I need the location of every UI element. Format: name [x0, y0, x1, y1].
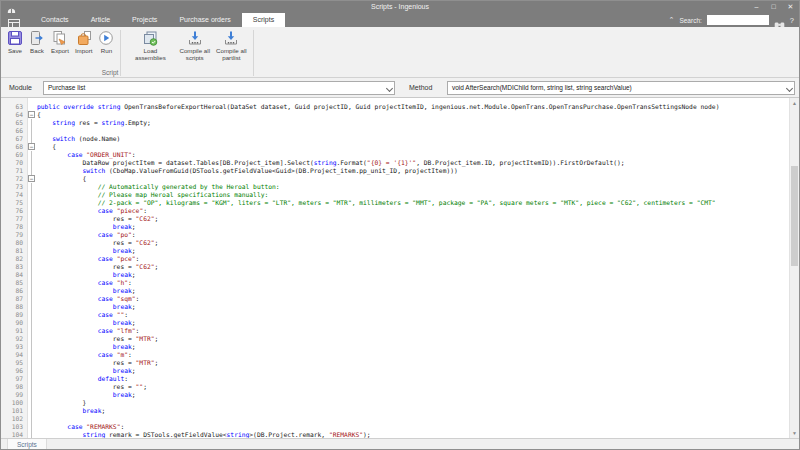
code-text: res = "C62"; — [37, 263, 158, 271]
code-text: // Automatically generated by the Heroal… — [37, 183, 280, 191]
fold-margin — [27, 327, 37, 335]
fold-margin — [27, 391, 37, 399]
tab-contacts[interactable]: Contacts — [30, 13, 80, 27]
code-text: case "m": — [37, 351, 132, 359]
module-select[interactable]: Purchase list — [43, 81, 395, 95]
code-line: 68− { — [1, 143, 789, 151]
maximize-button[interactable]: □ — [765, 1, 782, 13]
compile-partlist-icon — [223, 30, 239, 46]
code-line: 93 break; — [1, 343, 789, 351]
code-text: public override string OpenTransBeforeEx… — [37, 103, 719, 111]
scrollbar-thumb[interactable] — [791, 166, 798, 266]
load-assemblies-button[interactable]: Load assemblies — [124, 29, 176, 62]
code-line: 81 break; — [1, 247, 789, 255]
code-line: 87 case "sqm": — [1, 295, 789, 303]
code-line: 90 break; — [1, 319, 789, 327]
scroll-up-icon[interactable]: ▲ — [790, 98, 799, 108]
line-number: 99 — [1, 391, 27, 399]
compile-all-scripts-button[interactable]: Compile all scripts — [176, 29, 213, 62]
compile-scripts-icon — [187, 30, 203, 46]
search-input[interactable] — [707, 15, 769, 25]
line-number: 86 — [1, 287, 27, 295]
code-line: 76 case "piece": — [1, 207, 789, 215]
compile-all-partlist-button[interactable]: Compile all partlist — [213, 29, 250, 62]
code-text: break; — [37, 391, 136, 399]
line-number: 69 — [1, 151, 27, 159]
code-text: { — [37, 111, 41, 119]
fold-margin — [27, 263, 37, 271]
app-menu-icon[interactable] — [8, 15, 20, 25]
fold-margin — [27, 119, 37, 127]
code-text: case "ORDER_UNIT": — [37, 151, 136, 159]
code-text: break; — [37, 407, 105, 415]
fold-margin — [27, 191, 37, 199]
code-text: res = "C62"; — [37, 215, 158, 223]
fold-collapse-icon[interactable]: − — [27, 143, 37, 151]
line-number: 81 — [1, 247, 27, 255]
minimize-button[interactable]: – — [748, 1, 765, 13]
fold-margin — [27, 239, 37, 247]
code-editor[interactable]: 63public override string OpenTransBefore… — [1, 98, 799, 438]
tab-article[interactable]: Article — [80, 13, 121, 27]
button-label: Save — [8, 47, 22, 54]
button-label: Export — [51, 47, 69, 54]
fold-margin — [27, 159, 37, 167]
vertical-scrollbar[interactable]: ▲ ▼ — [789, 98, 799, 438]
code-text: res = "C62"; — [37, 239, 158, 247]
fold-margin — [27, 343, 37, 351]
run-button[interactable]: Run — [95, 29, 117, 55]
export-button[interactable]: Export — [48, 29, 72, 55]
code-text: break; — [37, 223, 136, 231]
line-number: 66 — [1, 127, 27, 135]
help-icon[interactable]: ? — [790, 16, 794, 25]
code-text: case "h": — [37, 279, 132, 287]
binoculars-icon[interactable] — [774, 15, 785, 25]
code-line: 78 break; — [1, 223, 789, 231]
code-text: { — [37, 143, 56, 151]
line-number: 89 — [1, 311, 27, 319]
tab-scripts-document[interactable]: Scripts — [7, 439, 47, 450]
close-button[interactable]: ✕ — [782, 1, 799, 13]
code-line: 70 DataRow projectItem = dataset.Tables[… — [1, 159, 789, 167]
tab-scripts[interactable]: Scripts — [242, 13, 285, 27]
tab-purchase-orders[interactable]: Purchase orders — [168, 13, 241, 27]
scroll-down-icon[interactable]: ▼ — [790, 428, 799, 438]
line-number: 92 — [1, 335, 27, 343]
code-line: 85 case "h": — [1, 279, 789, 287]
button-label: Run — [101, 47, 112, 54]
fold-collapse-icon[interactable]: − — [27, 111, 37, 119]
import-button[interactable]: Import — [72, 29, 96, 55]
code-lines: 63public override string OpenTransBefore… — [1, 103, 789, 438]
method-selected-value: void AfterSearch(MDIChild form, string l… — [452, 84, 632, 91]
code-text: string remark = DSTools.getFieldValue<st… — [37, 431, 371, 438]
code-text: switch (CboMap.ValueFromGuid(DSTools.get… — [37, 167, 458, 175]
code-line: 86 break; — [1, 287, 789, 295]
line-number: 84 — [1, 271, 27, 279]
fold-collapse-icon[interactable]: − — [27, 175, 37, 183]
fold-margin — [27, 271, 37, 279]
line-number: 75 — [1, 199, 27, 207]
app-window: Scripts - Ingenious – □ ✕ ContactsArticl… — [0, 0, 800, 450]
window-title: Scripts - Ingenious — [1, 1, 799, 13]
back-button[interactable]: Back — [26, 29, 48, 55]
fold-margin — [27, 215, 37, 223]
line-number: 95 — [1, 359, 27, 367]
method-select[interactable]: void AfterSearch(MDIChild form, string l… — [447, 81, 795, 95]
line-number: 82 — [1, 255, 27, 263]
line-number: 65 — [1, 119, 27, 127]
tab-projects[interactable]: Projects — [121, 13, 168, 27]
method-label: Method — [409, 84, 432, 91]
line-number: 73 — [1, 183, 27, 191]
code-line: 88 break; — [1, 303, 789, 311]
save-button[interactable]: Save — [4, 29, 26, 55]
code-line: 83 res = "C62"; — [1, 263, 789, 271]
line-number: 80 — [1, 239, 27, 247]
fold-margin — [27, 399, 37, 407]
code-line: 71 switch (CboMap.ValueFromGuid(DSTools.… — [1, 167, 789, 175]
back-icon — [29, 30, 45, 46]
code-line: 89 case "": — [1, 311, 789, 319]
ribbon-tab-bar: ContactsArticleProjectsPurchase ordersSc… — [30, 13, 285, 27]
code-line: 99 break; — [1, 391, 789, 399]
fold-margin — [27, 183, 37, 191]
collapse-ribbon-icon[interactable]: ⌃ — [669, 15, 675, 25]
